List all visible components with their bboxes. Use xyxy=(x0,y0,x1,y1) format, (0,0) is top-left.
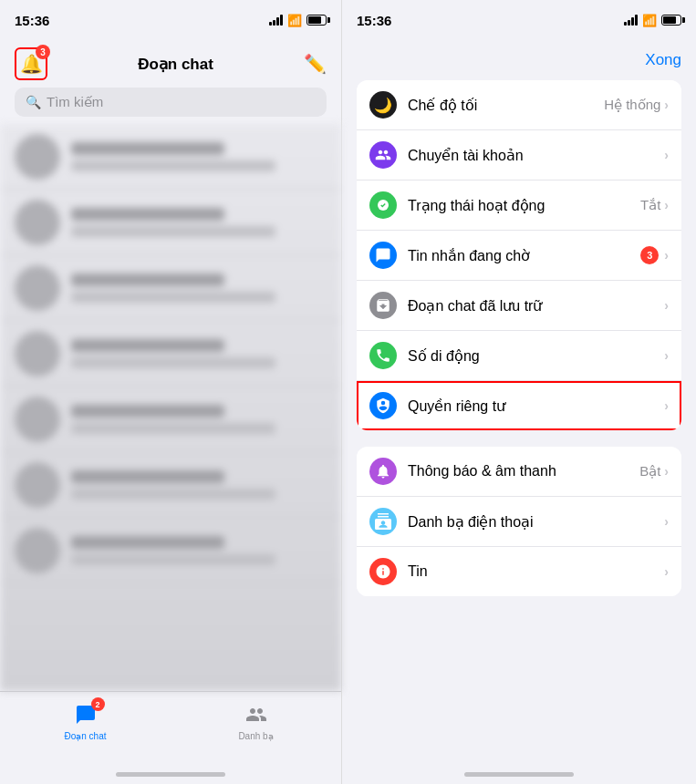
chevron-icon: › xyxy=(664,248,669,263)
chevron-icon: › xyxy=(664,398,669,413)
dark-mode-icon: 🌙 xyxy=(369,91,397,119)
signal-bars-icon xyxy=(269,15,283,26)
menu-item-trang-thai[interactable]: Trạng thái hoạt động Tắt › xyxy=(357,181,681,231)
chevron-icon: › xyxy=(664,514,669,529)
left-status-bar: 15:36 📶 xyxy=(0,0,341,40)
search-bar[interactable]: 🔍 Tìm kiếm xyxy=(15,88,327,117)
chat-list-blurred xyxy=(0,124,341,691)
privacy-label: Quyền riêng tư xyxy=(408,397,664,415)
menu-item-tin-nhan[interactable]: Tin nhắn đang chờ 3 › xyxy=(357,231,681,281)
wifi-icon: 📶 xyxy=(287,14,302,27)
tab-danh-ba-icon-wrap xyxy=(243,701,270,728)
active-status-value: Tắt xyxy=(640,197,660,213)
menu-item-quyen-rieng-tu[interactable]: Quyền riêng tư › xyxy=(357,381,681,430)
news-label: Tin xyxy=(408,563,664,580)
battery-icon xyxy=(306,15,327,26)
tab-doan-chat-icon-wrap: 2 xyxy=(72,701,99,728)
right-status-bar: 15:36 📶 xyxy=(342,0,696,40)
dark-mode-value: Hệ thống xyxy=(604,97,660,113)
right-wifi-icon: 📶 xyxy=(642,14,657,27)
menu-item-danh-ba[interactable]: Danh bạ điện thoại › xyxy=(357,497,681,547)
switch-account-label: Chuyển tài khoản xyxy=(408,147,664,164)
done-button[interactable]: Xong xyxy=(645,51,681,69)
phone-contacts-label: Danh bạ điện thoại xyxy=(408,513,664,531)
dark-mode-label: Chế độ tối xyxy=(408,97,604,114)
chat-tab-badge: 2 xyxy=(91,697,105,711)
right-panel: 15:36 📶 Xong 🌙 Chế độ tối Hệ thống xyxy=(342,0,696,784)
active-status-label: Trạng thái hoạt động xyxy=(408,197,640,214)
notifications-value: Bật xyxy=(639,463,660,480)
active-status-icon xyxy=(369,191,397,219)
left-panel: 15:36 📶 🔔 3 Đoạn chat ✏️ 🔍 Tìm kiếm xyxy=(0,0,342,784)
bell-badge: 3 xyxy=(36,45,50,59)
right-status-icons: 📶 xyxy=(624,14,681,27)
notification-bell[interactable]: 🔔 3 xyxy=(15,47,47,80)
right-top-bar: Xong xyxy=(342,40,696,80)
pending-messages-badge: 3 xyxy=(640,246,659,264)
archived-chats-icon xyxy=(369,292,397,319)
search-placeholder-text: Tìm kiếm xyxy=(47,94,103,110)
compose-icon[interactable]: ✏️ xyxy=(304,53,327,75)
pending-messages-icon xyxy=(369,242,397,269)
switch-account-icon xyxy=(369,141,397,169)
phone-contacts-icon xyxy=(369,508,397,535)
chevron-icon: › xyxy=(664,198,669,212)
menu-item-chuyen-tai-khoan[interactable]: Chuyển tài khoản › xyxy=(357,130,681,181)
menu-item-so-di-dong[interactable]: Số di động › xyxy=(357,331,681,381)
tab-doan-chat-label: Đoạn chat xyxy=(64,731,106,741)
archived-chats-label: Đoạn chat đã lưu trữ xyxy=(408,297,664,315)
contacts-tab-icon xyxy=(245,704,267,726)
tab-danh-ba-label: Danh bạ xyxy=(238,731,273,741)
chat-list-title: Đoạn chat xyxy=(138,55,213,74)
left-header: 🔔 3 Đoạn chat ✏️ xyxy=(0,40,341,88)
bottom-tabs: 2 Đoạn chat Danh bạ xyxy=(0,691,341,767)
phone-number-label: Số di động xyxy=(408,347,664,365)
pending-messages-label: Tin nhắn đang chờ xyxy=(408,247,640,264)
settings-menu: 🌙 Chế độ tối Hệ thống › Chuyển tài khoản… xyxy=(342,80,696,767)
chevron-icon: › xyxy=(664,348,669,363)
chevron-icon: › xyxy=(664,98,669,112)
privacy-icon xyxy=(369,392,397,419)
menu-item-thong-bao[interactable]: Thông báo & âm thanh Bật › xyxy=(357,447,681,497)
menu-item-luu-tru[interactable]: Đoạn chat đã lưu trữ › xyxy=(357,281,681,331)
notifications-label: Thông báo & âm thanh xyxy=(408,463,639,480)
right-signal-bars-icon xyxy=(624,15,638,26)
left-status-icons: 📶 xyxy=(269,14,327,27)
menu-section-1: 🌙 Chế độ tối Hệ thống › Chuyển tài khoản… xyxy=(357,80,681,430)
chevron-icon: › xyxy=(664,564,669,579)
left-home-indicator xyxy=(116,772,225,777)
right-battery-icon xyxy=(661,15,681,26)
menu-item-tin[interactable]: Tin › xyxy=(357,547,681,596)
tab-danh-ba[interactable]: Danh bạ xyxy=(171,701,341,741)
chevron-icon: › xyxy=(664,148,669,162)
search-icon: 🔍 xyxy=(26,95,41,109)
menu-item-che-do-toi[interactable]: 🌙 Chế độ tối Hệ thống › xyxy=(357,80,681,130)
news-icon xyxy=(369,558,397,585)
right-home-indicator xyxy=(464,772,574,777)
right-status-time: 15:36 xyxy=(357,13,391,28)
notifications-icon xyxy=(369,458,397,485)
phone-number-icon xyxy=(369,342,397,369)
tab-doan-chat[interactable]: 2 Đoạn chat xyxy=(0,701,171,741)
left-status-time: 15:36 xyxy=(15,13,49,28)
chevron-icon: › xyxy=(664,298,669,313)
menu-section-2: Thông báo & âm thanh Bật › Danh bạ điện … xyxy=(357,447,681,596)
chevron-icon: › xyxy=(664,464,669,479)
